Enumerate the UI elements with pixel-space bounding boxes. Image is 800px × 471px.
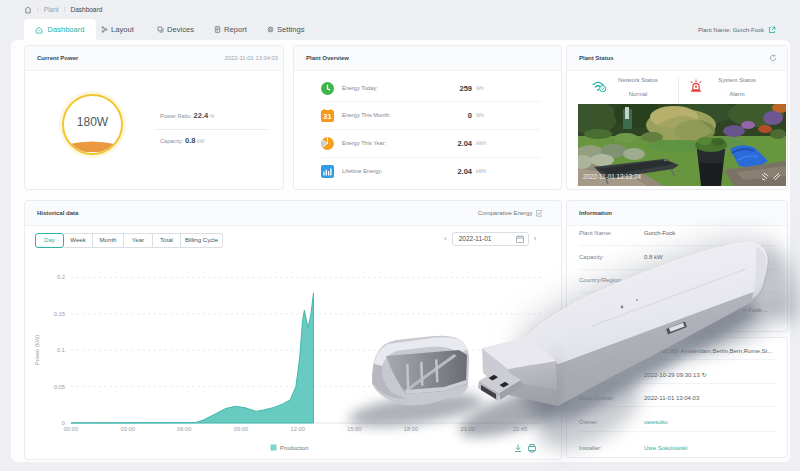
svg-text:12:00: 12:00: [290, 426, 305, 432]
svg-text:Production: Production: [280, 445, 309, 451]
svg-text:09:00: 09:00: [234, 426, 249, 432]
svg-text:0.05: 0.05: [54, 384, 65, 390]
svg-text:0.1: 0.1: [57, 347, 65, 353]
svg-text:18:00: 18:00: [404, 426, 419, 432]
svg-text:2022-11-01 13:13:24: 2022-11-01 13:13:24: [583, 173, 642, 180]
svg-text:0.15: 0.15: [54, 311, 65, 317]
svg-text:0.2: 0.2: [57, 274, 65, 280]
svg-text:00:00: 00:00: [64, 426, 79, 432]
svg-text:06:00: 06:00: [177, 426, 192, 432]
svg-text:23:45: 23:45: [513, 426, 528, 432]
svg-text:31: 31: [323, 112, 331, 121]
svg-text:03:00: 03:00: [120, 426, 135, 432]
svg-text:21:00: 21:00: [460, 426, 475, 432]
svg-text:Power (kW): Power (kW): [34, 335, 40, 365]
svg-text:15:00: 15:00: [347, 426, 362, 432]
